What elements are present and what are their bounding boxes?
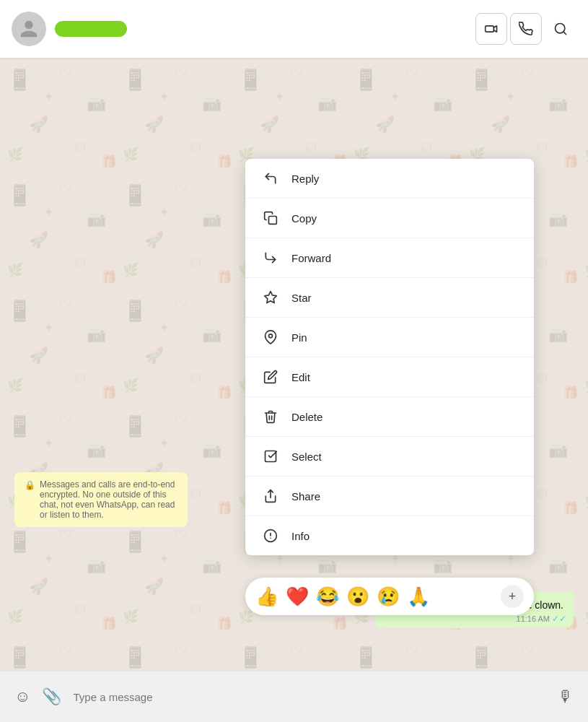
- context-menu: Reply Copy Forward Star: [245, 159, 534, 555]
- delete-icon: [263, 409, 278, 425]
- header-actions: [475, 13, 576, 45]
- menu-item-select[interactable]: Select: [245, 437, 534, 477]
- video-call-button[interactable]: [475, 13, 507, 45]
- share-icon: [263, 488, 278, 504]
- forward-icon: [263, 250, 278, 266]
- reply-icon: [263, 170, 278, 186]
- menu-item-info[interactable]: Info: [245, 516, 534, 555]
- pin-icon: [263, 329, 278, 345]
- reaction-thumbsup[interactable]: 👍: [255, 587, 278, 606]
- emoji-button[interactable]: ☺: [14, 687, 30, 706]
- menu-select-label: Select: [291, 451, 322, 463]
- reaction-bar: 👍 ❤️ 😂 😮 😢 🙏 +: [245, 578, 534, 615]
- search-button[interactable]: [545, 13, 576, 45]
- menu-reply-label: Reply: [291, 173, 319, 185]
- reaction-pray[interactable]: 🙏: [407, 587, 430, 606]
- select-icon: [263, 448, 278, 464]
- menu-item-share[interactable]: Share: [245, 477, 534, 516]
- bottom-bar: ☺ 📎 🎙: [0, 671, 588, 722]
- menu-delete-label: Delete: [291, 411, 322, 423]
- info-icon: [263, 528, 278, 544]
- avatar[interactable]: [12, 12, 46, 46]
- menu-item-forward[interactable]: Forward: [245, 238, 534, 278]
- mic-button[interactable]: 🎙: [558, 687, 574, 706]
- menu-item-edit[interactable]: Edit: [245, 357, 534, 397]
- menu-edit-label: Edit: [291, 371, 310, 383]
- read-receipt-icon: ✓✓: [552, 614, 566, 624]
- menu-info-label: Info: [291, 530, 310, 542]
- menu-forward-label: Forward: [291, 252, 331, 264]
- encryption-notice: 🔒 Messages and calls are end-to-end encr…: [14, 472, 188, 527]
- svg-point-13: [269, 334, 273, 338]
- chat-header: [0, 0, 588, 58]
- menu-item-reply[interactable]: Reply: [245, 159, 534, 199]
- message-input[interactable]: [73, 691, 546, 703]
- menu-copy-label: Copy: [291, 212, 317, 225]
- attach-button[interactable]: 📎: [42, 687, 61, 706]
- menu-share-label: Share: [291, 490, 320, 503]
- svg-rect-11: [269, 217, 277, 225]
- reaction-laugh[interactable]: 😂: [316, 587, 339, 606]
- svg-rect-14: [266, 451, 276, 462]
- lock-icon: 🔒: [25, 480, 35, 490]
- contact-name: [55, 21, 127, 37]
- time-label: 11:16 AM: [517, 614, 550, 623]
- menu-item-pin[interactable]: Pin: [245, 318, 534, 357]
- star-icon: [263, 290, 278, 305]
- menu-star-label: Star: [291, 292, 312, 304]
- voice-call-button[interactable]: [510, 13, 542, 45]
- reaction-wow[interactable]: 😮: [346, 587, 369, 606]
- encryption-text: Messages and calls are end-to-end encryp…: [40, 479, 177, 520]
- reaction-heart[interactable]: ❤️: [286, 587, 309, 606]
- reaction-more-button[interactable]: +: [501, 585, 524, 608]
- edit-icon: [263, 369, 278, 385]
- reaction-cry[interactable]: 😢: [377, 587, 400, 606]
- menu-item-delete[interactable]: Delete: [245, 397, 534, 437]
- svg-marker-12: [265, 292, 277, 303]
- menu-item-copy[interactable]: Copy: [245, 199, 534, 238]
- menu-pin-label: Pin: [291, 331, 307, 344]
- message-time: 11:16 AM ✓✓: [517, 614, 566, 624]
- svg-rect-0: [486, 26, 494, 32]
- menu-item-star[interactable]: Star: [245, 278, 534, 318]
- copy-icon: [263, 210, 278, 226]
